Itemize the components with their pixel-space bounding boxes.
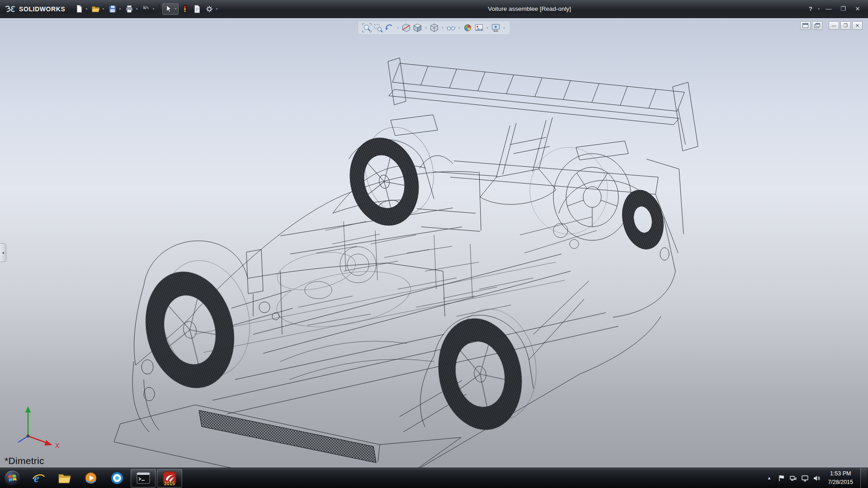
taskbar-windows-explorer-button[interactable]: [52, 469, 77, 488]
network-icon: [789, 474, 797, 482]
hide-show-items-button[interactable]: [446, 23, 456, 33]
volume-button[interactable]: [813, 474, 821, 482]
dropdown-arrow[interactable]: ▾: [396, 26, 400, 30]
section-view-button[interactable]: [401, 23, 411, 33]
taskbar-media-player-button[interactable]: [78, 469, 104, 488]
hide-show-eyeglasses-icon: [446, 23, 456, 33]
window-title: Voiture assemblee [Read-only]: [488, 5, 571, 12]
media-player-icon: [84, 471, 98, 485]
dropdown-arrow[interactable]: ▾: [457, 26, 462, 30]
taskbar-command-prompt-button[interactable]: [131, 469, 156, 488]
minimize-button[interactable]: —: [822, 4, 835, 14]
clock-time: 1:53 PM: [828, 469, 853, 478]
rebuild-button[interactable]: [179, 3, 191, 15]
folder-icon: [58, 472, 71, 484]
open-folder-icon: [91, 4, 101, 14]
edit-appearance-button[interactable]: [462, 23, 473, 33]
show-hidden-icons-button[interactable]: ▲: [764, 476, 774, 480]
open-button[interactable]: ▾: [90, 3, 106, 15]
speaker-icon: [813, 474, 821, 482]
graphics-area[interactable]: ▾ ▾ ▾: [0, 18, 868, 468]
blue-circle-app-icon: [110, 471, 124, 485]
display-style-icon: [429, 23, 439, 33]
previous-view-icon: [385, 23, 394, 33]
document-minimize-button[interactable]: —: [829, 21, 839, 30]
clock-date: 7/28/2015: [828, 478, 853, 487]
view-orientation-cube-icon: [413, 23, 422, 33]
zoom-to-area-button[interactable]: [373, 23, 383, 33]
taskbar-solidworks-button[interactable]: 2015: [157, 469, 182, 488]
print-icon: [124, 4, 134, 14]
wireframe-car-model[interactable]: [0, 18, 868, 468]
system-tray: ▲: [764, 468, 868, 488]
appearance-ball-icon: [463, 23, 472, 33]
apply-scene-icon: [474, 23, 484, 33]
action-center-button[interactable]: [778, 474, 785, 482]
start-button[interactable]: [0, 468, 24, 488]
help-button[interactable]: ?: [806, 4, 816, 14]
solidworks-window: SOLIDWORKS ▾ ▾ ▾: [0, 0, 868, 488]
dropdown-arrow[interactable]: ▾: [440, 26, 445, 30]
rear-wing: [388, 58, 698, 204]
undo-button[interactable]: ▾: [140, 3, 156, 15]
tile-windows-button[interactable]: [812, 21, 822, 30]
display-style-button[interactable]: [429, 23, 439, 33]
view-orientation-label: *Dimetric: [5, 455, 44, 466]
undo-icon: [141, 4, 151, 14]
taskbar-clock[interactable]: 1:53 PM 7/28/2015: [825, 469, 856, 487]
dropdown-arrow[interactable]: ▾: [151, 7, 156, 11]
featuremanager-expand-tab[interactable]: ◂: [0, 243, 6, 262]
svg-text:e: e: [34, 472, 39, 485]
title-bar: SOLIDWORKS ▾ ▾ ▾: [0, 0, 868, 18]
dropdown-arrow[interactable]: ▾: [84, 7, 89, 11]
select-arrow-icon: [163, 4, 173, 14]
triad-x-label: X: [55, 442, 60, 449]
document-restore-button[interactable]: ❐: [840, 21, 851, 30]
select-button[interactable]: ▾: [162, 3, 179, 15]
display-settings-button[interactable]: [801, 474, 809, 482]
zoom-to-fit-button[interactable]: [362, 23, 372, 33]
solidworks-logo: SOLIDWORKS: [0, 0, 73, 18]
file-properties-button[interactable]: [191, 3, 203, 15]
dropdown-arrow[interactable]: ▾: [424, 26, 428, 30]
windows-taskbar: e: [0, 468, 868, 488]
window-controls: ? ▾ — ❐ ✕: [806, 4, 868, 14]
view-settings-button[interactable]: [491, 23, 501, 33]
new-document-icon: [74, 4, 84, 14]
new-window-icon: [802, 23, 808, 28]
dropdown-arrow[interactable]: ▾: [485, 26, 490, 30]
new-document-button[interactable]: ▾: [73, 3, 90, 15]
view-orientation-button[interactable]: [412, 23, 423, 33]
print-button[interactable]: ▾: [123, 3, 140, 15]
heads-up-view-toolbar: ▾ ▾ ▾: [358, 21, 510, 35]
apply-scene-button[interactable]: [474, 23, 484, 33]
dropdown-arrow[interactable]: ▾: [118, 7, 122, 11]
document-window-controls: — ❐ ✕: [800, 21, 863, 30]
options-button[interactable]: ▾: [203, 3, 220, 15]
taskbar-internet-explorer-button[interactable]: e: [26, 469, 51, 488]
tile-windows-icon: [814, 23, 820, 28]
display-icon: [801, 474, 809, 482]
dropdown-arrow[interactable]: ▾: [214, 7, 219, 11]
command-prompt-icon: [137, 472, 150, 484]
show-desktop-button[interactable]: [860, 468, 867, 488]
standard-toolbar: ▾ ▾ ▾ ▾: [73, 3, 220, 15]
network-status-button[interactable]: [789, 474, 797, 482]
document-close-button[interactable]: ✕: [852, 21, 863, 30]
taskbar-messenger-button[interactable]: [104, 469, 130, 488]
new-window-button[interactable]: [800, 21, 811, 30]
section-view-icon: [401, 23, 411, 33]
dropdown-arrow[interactable]: ▾: [101, 7, 105, 11]
dropdown-arrow[interactable]: ▾: [173, 7, 178, 11]
close-button[interactable]: ✕: [851, 4, 864, 14]
brand-text: SOLIDWORKS: [19, 5, 65, 13]
previous-view-button[interactable]: [384, 23, 395, 33]
pinned-apps: e: [24, 468, 183, 488]
save-button[interactable]: ▾: [107, 3, 123, 15]
internet-explorer-icon: e: [32, 471, 45, 485]
dropdown-arrow[interactable]: ▾: [134, 7, 139, 11]
dropdown-arrow[interactable]: ▾: [502, 26, 506, 30]
restore-button[interactable]: ❐: [836, 4, 850, 14]
help-dropdown-arrow[interactable]: ▾: [816, 7, 821, 11]
action-center-flag-icon: [778, 474, 785, 482]
